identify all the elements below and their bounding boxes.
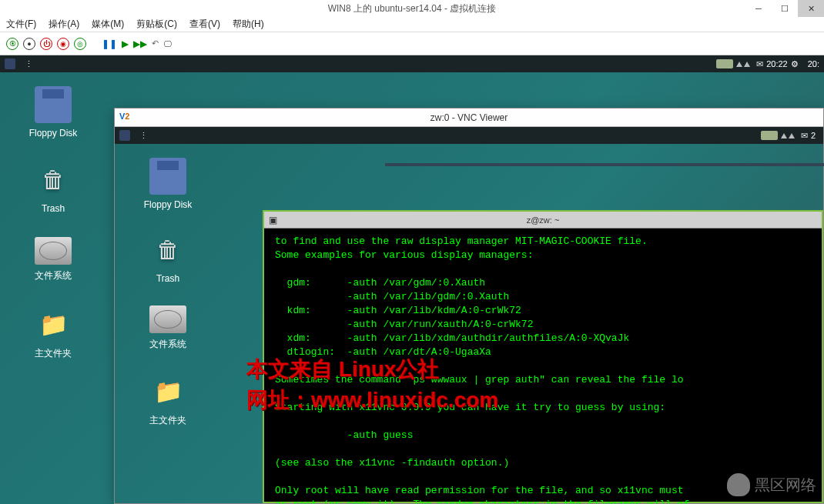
disk-tray-icon[interactable] <box>761 131 778 140</box>
vnc-viewer-window: V2 zw:0 - VNC Viewer ⋮ ✉ 2 Floppy Disk <box>114 108 824 504</box>
settings-tray-icon[interactable]: ⚙ <box>791 59 799 69</box>
xfce-menu-button[interactable] <box>119 130 130 141</box>
hyperv-titlebar: WIN8 上的 ubuntu-ser14.04 - 虚拟机连接 ─ ☐ ✕ <box>0 0 824 17</box>
vnc-titlebar[interactable]: V2 zw:0 - VNC Viewer <box>115 108 823 127</box>
desktop-icon-trash[interactable]: 🗑 Trash <box>133 232 203 284</box>
icon-label: Floppy Disk <box>18 128 88 139</box>
desktop-icon-home[interactable]: 📁 主文件夹 <box>18 305 88 360</box>
menu-action[interactable]: 操作(A) <box>49 18 79 31</box>
outer-desktop-icons: Floppy Disk 🗑 Trash 文件系统 📁 主文件夹 <box>18 86 88 360</box>
pause-button[interactable]: ❚❚ <box>102 38 117 49</box>
drive-icon <box>149 305 186 333</box>
desktop-icon-trash[interactable]: 🗑 Trash <box>18 162 88 214</box>
panel-separator-icon: ⋮ <box>139 131 148 141</box>
icon-label: Trash <box>133 273 203 284</box>
icon-label: 文件系统 <box>18 269 88 282</box>
disk-tray-icon[interactable] <box>716 59 733 68</box>
vnc-remote-desktop: ⋮ ✉ 2 Floppy Disk 🗑 Trash 文 <box>115 127 823 503</box>
terminal-window[interactable]: ▣ z@zw: ~ to find and use the raw displa… <box>263 210 823 503</box>
folder-icon: 📁 <box>35 305 72 342</box>
brand-icon <box>727 473 750 496</box>
trash-icon: 🗑 <box>149 232 186 269</box>
turnoff-button[interactable]: ◉ <box>57 38 69 50</box>
maximize-button[interactable]: ☐ <box>772 0 798 17</box>
brand-overlay: 黑区网络 <box>727 473 816 496</box>
vnc-window-grip[interactable] <box>385 163 824 166</box>
close-button[interactable]: ✕ <box>798 0 824 17</box>
inner-desktop-icons: Floppy Disk 🗑 Trash 文件系统 📁 主文件夹 <box>133 158 203 427</box>
icon-label: 主文件夹 <box>18 347 88 360</box>
share-button[interactable]: 🖵 <box>163 39 172 48</box>
desktop-icon-filesystem[interactable]: 文件系统 <box>18 237 88 282</box>
menu-clipboard[interactable]: 剪贴板(C) <box>136 18 177 31</box>
outer-guest-desktop: ⋮ ✉ 20:22 ⚙ 20: Floppy Disk 🗑 Trash 文件系统… <box>0 55 824 504</box>
floppy-icon <box>35 86 72 123</box>
icon-label: 文件系统 <box>133 338 203 351</box>
icon-label: 主文件夹 <box>133 414 203 427</box>
desktop-icon-floppy[interactable]: Floppy Disk <box>18 86 88 139</box>
brand-text: 黑区网络 <box>755 475 816 496</box>
clock-text[interactable]: 2 <box>811 131 816 140</box>
panel-separator-icon: ⋮ <box>25 59 33 69</box>
start-button[interactable]: ● <box>23 38 35 50</box>
mail-tray-icon[interactable]: ✉ <box>801 131 808 141</box>
hyperv-toolbar: ⦿ ● ⏻ ◉ ◎ ❚❚ ▶ ▶▶ ↶ 🖵 <box>0 32 824 55</box>
drive-icon <box>35 237 72 265</box>
terminal-icon: ▣ <box>269 215 277 225</box>
network-tray-icon[interactable] <box>781 133 795 139</box>
save-button[interactable]: ◎ <box>74 38 86 50</box>
terminal-title-text: z@zw: ~ <box>527 215 560 225</box>
menu-file[interactable]: 文件(F) <box>6 18 36 31</box>
hyperv-menubar: 文件(F) 操作(A) 媒体(M) 剪贴板(C) 查看(V) 帮助(H) <box>0 17 824 32</box>
xfce-menu-button[interactable] <box>5 58 15 69</box>
desktop-icon-home[interactable]: 📁 主文件夹 <box>133 372 203 427</box>
revert-button[interactable]: ↶ <box>152 38 159 48</box>
ctrl-alt-del-button[interactable]: ⦿ <box>6 38 18 50</box>
menu-help[interactable]: 帮助(H) <box>233 18 264 31</box>
checkpoint-button[interactable]: ▶▶ <box>133 38 147 49</box>
vnc-logo-icon: V2 <box>119 112 129 121</box>
floppy-icon <box>149 158 186 195</box>
desktop-icon-filesystem[interactable]: 文件系统 <box>133 305 203 351</box>
icon-label: Floppy Disk <box>133 199 203 210</box>
desktop-icon-floppy[interactable]: Floppy Disk <box>133 158 203 210</box>
icon-label: Trash <box>18 203 88 214</box>
menu-view[interactable]: 查看(V) <box>189 18 220 31</box>
terminal-output[interactable]: to find and use the raw display manager … <box>264 229 822 504</box>
clock-text[interactable]: 20:22 <box>766 59 788 68</box>
mail-tray-icon[interactable]: ✉ <box>756 59 763 69</box>
inner-xfce-panel: ⋮ ✉ 2 <box>115 127 823 144</box>
outer-xfce-panel: ⋮ ✉ 20:22 ⚙ 20: <box>0 55 824 72</box>
menu-media[interactable]: 媒体(M) <box>92 18 124 31</box>
minimize-button[interactable]: ─ <box>745 0 772 17</box>
hyperv-title-text: WIN8 上的 ubuntu-ser14.04 - 虚拟机连接 <box>328 2 497 15</box>
clock-extra: 20: <box>808 59 819 68</box>
network-tray-icon[interactable] <box>736 62 750 67</box>
shutdown-button[interactable]: ⏻ <box>40 38 52 50</box>
vnc-title-text: zw:0 - VNC Viewer <box>430 112 507 123</box>
folder-icon: 📁 <box>149 372 186 409</box>
trash-icon: 🗑 <box>35 162 72 199</box>
reset-button[interactable]: ▶ <box>122 38 129 49</box>
terminal-titlebar[interactable]: ▣ z@zw: ~ <box>264 212 822 229</box>
